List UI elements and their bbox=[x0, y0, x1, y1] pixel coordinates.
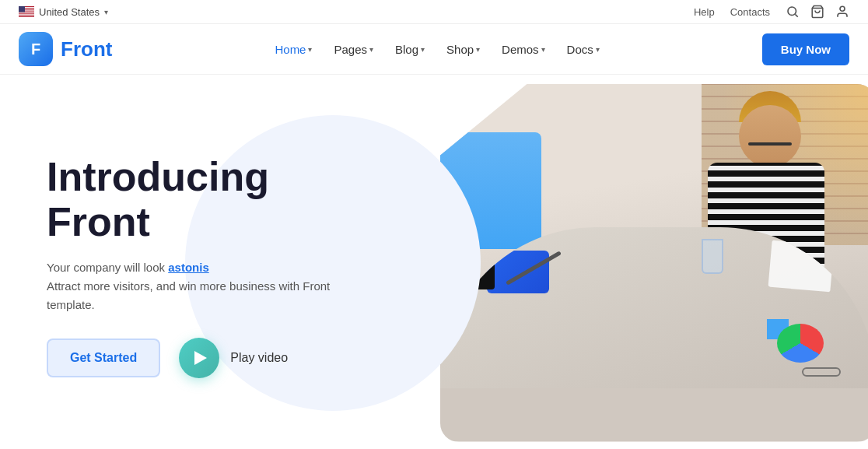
logo[interactable]: F Front bbox=[19, 32, 112, 66]
get-started-button[interactable]: Get Started bbox=[47, 339, 160, 377]
top-icons-group bbox=[786, 5, 849, 19]
us-flag-icon bbox=[19, 6, 34, 17]
papers bbox=[768, 240, 835, 292]
nav-item-docs[interactable]: Docs ▾ bbox=[558, 37, 609, 62]
country-selector[interactable]: United States ▾ bbox=[19, 6, 108, 18]
svg-rect-6 bbox=[19, 16, 34, 16]
play-icon bbox=[179, 338, 219, 378]
logo-icon: F bbox=[19, 32, 53, 66]
svg-rect-5 bbox=[19, 14, 34, 15]
play-label: Play video bbox=[230, 351, 288, 365]
country-chevron-icon: ▾ bbox=[104, 8, 108, 16]
svg-rect-7 bbox=[19, 6, 25, 12]
nav-chevron-shop: ▾ bbox=[476, 45, 480, 54]
user-icon[interactable] bbox=[835, 5, 849, 19]
contacts-link[interactable]: Contacts bbox=[730, 6, 770, 18]
hero-image-clip bbox=[440, 84, 868, 442]
pie-chart bbox=[777, 324, 824, 363]
svg-line-9 bbox=[795, 14, 797, 16]
nav-chevron-demos: ▾ bbox=[541, 45, 545, 54]
nav-links: Home ▾ Pages ▾ Blog ▾ Shop ▾ Demos ▾ Doc… bbox=[265, 37, 608, 62]
top-bar: United States ▾ Help Contacts bbox=[0, 0, 868, 24]
glasses bbox=[748, 142, 792, 146]
play-triangle-icon bbox=[194, 351, 207, 365]
search-icon[interactable] bbox=[786, 5, 800, 19]
office-scene bbox=[440, 84, 868, 442]
glasses-on-table bbox=[802, 367, 841, 377]
nav-item-shop[interactable]: Shop ▾ bbox=[437, 37, 489, 62]
logo-name: Front bbox=[61, 37, 112, 61]
play-video-button[interactable]: Play video bbox=[179, 338, 288, 378]
hero-title: Introducing Front bbox=[47, 155, 415, 244]
hero-actions: Get Started Play video bbox=[47, 338, 415, 378]
hero-content: Introducing Front Your company will look… bbox=[0, 75, 434, 449]
main-nav: F Front Home ▾ Pages ▾ Blog ▾ Shop ▾ Dem… bbox=[0, 24, 868, 75]
top-bar-links: Help Contacts bbox=[694, 5, 849, 19]
nav-chevron-home: ▾ bbox=[308, 45, 312, 54]
water-glass bbox=[702, 239, 723, 274]
nav-item-pages[interactable]: Pages ▾ bbox=[324, 37, 383, 62]
nav-chevron-pages: ▾ bbox=[369, 45, 373, 54]
hero-section: Introducing Front Your company will look… bbox=[0, 75, 868, 449]
cart-icon[interactable] bbox=[810, 5, 824, 19]
help-link[interactable]: Help bbox=[694, 6, 715, 18]
nav-chevron-docs: ▾ bbox=[596, 45, 600, 54]
hero-image bbox=[434, 75, 868, 449]
highlight-link[interactable]: astonis bbox=[168, 261, 209, 274]
buy-now-button[interactable]: Buy Now bbox=[762, 33, 849, 65]
nav-item-demos[interactable]: Demos ▾ bbox=[492, 37, 555, 62]
hero-subtitle: Your company will look astonis Attract m… bbox=[47, 258, 342, 314]
svg-rect-4 bbox=[19, 12, 34, 13]
nav-item-blog[interactable]: Blog ▾ bbox=[386, 37, 434, 62]
svg-point-8 bbox=[788, 7, 796, 16]
nav-chevron-blog: ▾ bbox=[421, 45, 425, 54]
nav-item-home[interactable]: Home ▾ bbox=[265, 37, 321, 62]
svg-point-11 bbox=[840, 6, 845, 11]
country-label: United States bbox=[39, 6, 100, 18]
head-shape bbox=[739, 105, 801, 167]
